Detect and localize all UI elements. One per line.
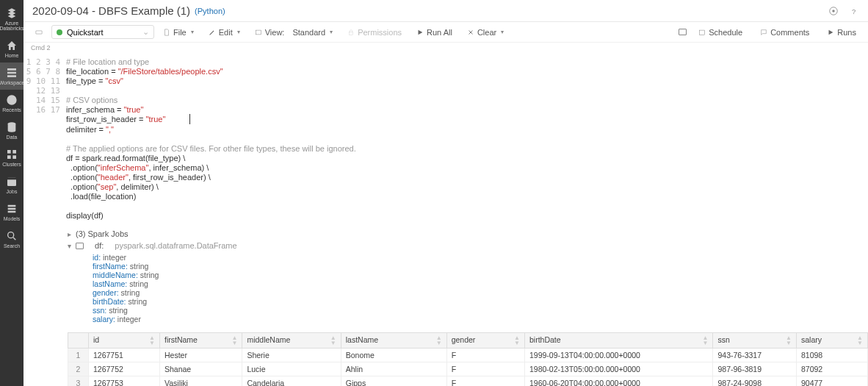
svg-rect-2: [7, 155, 11, 159]
comments-button[interactable]: Comments: [754, 26, 815, 39]
calendar-icon: [698, 29, 706, 36]
view-menu[interactable]: View: Standard: [249, 26, 339, 39]
revision-icon[interactable]: [679, 29, 687, 35]
cmd-label: Cmd 2: [23, 43, 868, 53]
sidebar-item-label: Jobs: [7, 189, 18, 194]
line-gutter: 1 2 3 4 5 6 7 8 9 10 11 12 13 14 15 16 1…: [23, 57, 66, 221]
code-cell[interactable]: 1 2 3 4 5 6 7 8 9 10 11 12 13 14 15 16 1…: [23, 53, 868, 225]
row-index: 2: [68, 362, 89, 376]
sidebar-item-jobs[interactable]: Jobs: [0, 171, 23, 199]
cluster-status-dot: [57, 29, 62, 35]
dataframe-icon: [76, 243, 84, 249]
sidebar-item-home[interactable]: Home: [0, 35, 23, 62]
lock-icon: [347, 29, 355, 36]
play-icon: [416, 29, 424, 36]
svg-rect-5: [7, 178, 16, 180]
notebook-title[interactable]: 2020-09-04 - DBFS Example (1): [32, 4, 190, 17]
cluster-dropdown[interactable]: Quickstart ⌄: [51, 25, 154, 39]
spark-jobs-expander[interactable]: (3) Spark Jobs: [68, 228, 868, 240]
runs-button[interactable]: Runs: [821, 26, 862, 39]
svg-rect-10: [36, 30, 42, 33]
sidebar-item-label: Models: [4, 216, 21, 221]
svg-point-6: [8, 232, 14, 238]
sort-icon: ▲▼: [231, 335, 237, 346]
file-label: File: [173, 28, 187, 37]
view-prefix: View:: [265, 28, 285, 37]
view-icon: [255, 29, 262, 36]
notebook-title-bar: 2020-09-04 - DBFS Example (1) (Python) ?: [23, 0, 868, 22]
text-cursor: [189, 114, 190, 124]
sidebar-item-data[interactable]: Data: [0, 117, 23, 144]
col-header-birthDate[interactable]: birthDate▲▼: [525, 333, 713, 349]
svg-rect-0: [7, 150, 11, 154]
comment-icon: [760, 29, 767, 36]
svg-rect-1: [12, 150, 16, 154]
run-all-button[interactable]: Run All: [411, 26, 458, 39]
schedule-button[interactable]: Schedule: [692, 26, 748, 39]
clear-icon: [467, 29, 474, 36]
sort-icon: ▲▼: [786, 335, 792, 346]
help-icon[interactable]: ?: [849, 6, 859, 16]
col-header-salary[interactable]: salary▲▼: [796, 333, 867, 349]
row-index: 1: [68, 349, 89, 362]
col-header-lastName[interactable]: lastName▲▼: [341, 333, 446, 349]
col-header-ssn[interactable]: ssn▲▼: [713, 333, 797, 349]
calendar-icon: [6, 176, 18, 187]
edit-menu[interactable]: Edit: [203, 26, 246, 39]
code-content[interactable]: # File location and type file_location =…: [66, 57, 356, 221]
permissions-button: Permissions: [341, 26, 408, 39]
sidebar-brand[interactable]: Azure Databricks: [0, 3, 23, 35]
edit-label: Edit: [219, 28, 233, 37]
clear-menu[interactable]: Clear: [461, 26, 510, 39]
caret-right-icon: [68, 229, 71, 238]
sidebar-item-workspace[interactable]: Workspace: [0, 62, 23, 90]
comments-label: Comments: [770, 28, 809, 37]
sidebar-item-search[interactable]: Search: [0, 226, 23, 253]
sort-icon: ▲▼: [703, 335, 709, 346]
result-table[interactable]: id▲▼firstName▲▼middleName▲▼lastName▲▼gen…: [68, 332, 868, 386]
database-icon: [6, 121, 18, 133]
svg-rect-12: [350, 32, 353, 35]
sort-icon: ▲▼: [330, 335, 336, 346]
file-icon: [163, 29, 170, 36]
permissions-label: Permissions: [358, 28, 402, 37]
table-row[interactable]: 31267753VasilikiCandelariaGippsF1960-06-…: [68, 376, 868, 387]
col-header-gender[interactable]: gender▲▼: [446, 333, 524, 349]
sort-icon: ▲▼: [514, 335, 520, 346]
view-value: Standard: [292, 28, 325, 37]
sidebar-item-label: Home: [5, 53, 19, 58]
file-menu[interactable]: File: [157, 26, 200, 39]
svg-rect-3: [12, 155, 16, 159]
sort-icon: ▲▼: [857, 335, 863, 346]
row-index: 3: [68, 376, 89, 387]
schedule-label: Schedule: [709, 28, 742, 37]
table-row[interactable]: 21267752ShanaeLucieAhlinF1980-02-13T05:0…: [68, 362, 868, 376]
left-sidebar: Azure Databricks Home Workspace Recents …: [0, 0, 23, 386]
col-header-firstName[interactable]: firstName▲▼: [159, 333, 242, 349]
sidebar-item-label: Recents: [2, 107, 21, 112]
col-header-middleName[interactable]: middleName▲▼: [242, 333, 341, 349]
run-all-label: Run All: [427, 28, 452, 37]
df-type: pyspark.sql.dataframe.DataFrame: [115, 241, 236, 250]
df-name: df:: [95, 241, 104, 250]
toolbar-icon-button[interactable]: [29, 26, 48, 38]
record-icon[interactable]: [828, 6, 839, 16]
main-content: 2020-09-04 - DBFS Example (1) (Python) ?…: [23, 0, 868, 386]
clear-label: Clear: [477, 28, 496, 37]
schema-list: id: integerfirstName: stringmiddleName: …: [68, 251, 868, 328]
sidebar-item-recents[interactable]: Recents: [0, 90, 23, 117]
sort-icon: ▲▼: [436, 335, 442, 346]
df-expander[interactable]: df: pyspark.sql.dataframe.DataFrame: [68, 240, 868, 251]
workspace-icon: [6, 67, 18, 79]
svg-text:?: ?: [852, 7, 856, 15]
databricks-icon: [6, 7, 18, 19]
notebook-language[interactable]: (Python): [195, 7, 225, 15]
caret-down-icon: [68, 241, 71, 250]
table-row[interactable]: 11267751HesterSherieBonomeF1999-09-13T04…: [68, 349, 868, 362]
row-number-header: [68, 333, 89, 349]
cluster-name: Quickstart: [67, 28, 104, 37]
svg-rect-13: [700, 30, 705, 35]
col-header-id[interactable]: id▲▼: [89, 333, 160, 349]
sidebar-item-models[interactable]: Models: [0, 199, 23, 226]
sidebar-item-clusters[interactable]: Clusters: [0, 144, 23, 171]
